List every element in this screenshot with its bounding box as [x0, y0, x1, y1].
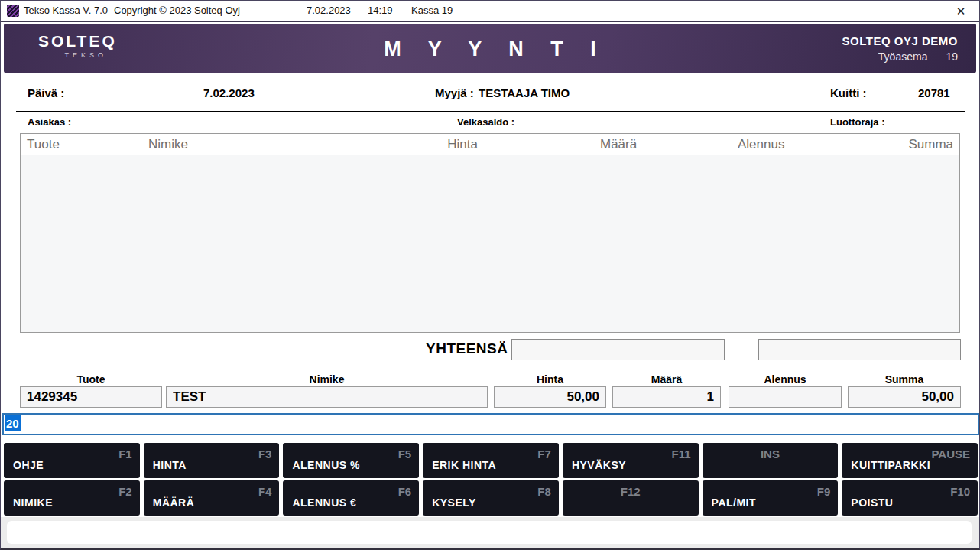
- fkey-f12-button[interactable]: F12: [563, 480, 699, 516]
- fkey-poistu-button[interactable]: F10 POISTU: [842, 480, 978, 516]
- fkey-hyvaksy-label: HYVÄKSY: [572, 459, 626, 471]
- fkey-ohje-label: OHJE: [13, 459, 44, 471]
- fkey-hyvaksy-button[interactable]: F11 HYVÄKSY: [563, 443, 699, 478]
- entry-label-alennus: Alennus: [729, 373, 842, 386]
- fkey-pal-mit-label: PAL/MIT: [712, 496, 756, 509]
- fkey-erik-hinta-label: ERIK HINTA: [432, 459, 496, 471]
- fkey-f12-keycap: F12: [621, 485, 641, 498]
- total-amount-field[interactable]: [511, 339, 725, 360]
- divider-line: [16, 111, 965, 112]
- fkey-hinta-label: HINTA: [153, 459, 187, 471]
- fkey-alennus-eur-button[interactable]: F6 ALENNUS €: [283, 480, 419, 516]
- credit-label: Luottoraja :: [830, 116, 885, 128]
- register-number: Kassa 19: [411, 5, 453, 16]
- copyright-text: Copyright © 2023 Solteq Oyj: [114, 5, 240, 16]
- column-header-tuote: Tuote: [27, 137, 60, 152]
- fkey-alennus-eur-keycap: F6: [398, 485, 412, 498]
- text-caret: [21, 418, 21, 431]
- entry-tuote-input[interactable]: [20, 386, 162, 408]
- fkey-ins-keycap: INS: [761, 447, 780, 461]
- column-header-nimike: Nimike: [148, 137, 188, 152]
- function-keys-row-2: F2 NIMIKE F4 MÄÄRÄ F6 ALENNUS € F8 KYSEL…: [1, 480, 980, 516]
- fkey-erik-hinta-button[interactable]: F7 ERIK HINTA: [423, 443, 559, 478]
- seller-label: Myyjä :: [435, 86, 474, 99]
- debt-label: Velkasaldo :: [457, 116, 514, 128]
- fkey-maara-keycap: F4: [258, 485, 272, 498]
- workstation-label: Työasema: [878, 50, 928, 63]
- fkey-pal-mit-button[interactable]: F9 PAL/MIT: [703, 480, 839, 516]
- window-title: Tekso Kassa V. 7.0: [24, 5, 108, 16]
- fkey-nimike-label: NIMIKE: [13, 496, 53, 509]
- company-name: SOLTEQ OYJ DEMO: [842, 34, 958, 47]
- fkey-ohje-button[interactable]: F1 OHJE: [4, 443, 140, 478]
- page-title: M Y Y N T I: [4, 37, 976, 61]
- customer-label: Asiakas :: [28, 116, 71, 128]
- fkey-poistu-label: POISTU: [851, 496, 893, 509]
- date-label: Päivä :: [28, 86, 64, 99]
- status-bar: [7, 521, 972, 544]
- fkey-pal-mit-keycap: F9: [817, 485, 831, 498]
- app-window: Tekso Kassa V. 7.0 Copyright © 2023 Solt…: [0, 0, 980, 550]
- table-header-row: Tuote Nimike Hinta Määrä Alennus Summa: [21, 134, 959, 155]
- fkey-alennus-pct-button[interactable]: F5 ALENNUS %: [283, 443, 419, 478]
- entry-hinta-input[interactable]: [494, 386, 606, 408]
- fkey-maara-label: MÄÄRÄ: [153, 496, 195, 509]
- workstation-info: Työasema19: [842, 50, 958, 63]
- fkey-maara-button[interactable]: F4 MÄÄRÄ: [144, 480, 280, 516]
- column-header-summa: Summa: [908, 137, 953, 152]
- app-icon: [7, 5, 19, 17]
- entry-label-nimike: Nimike: [166, 373, 488, 386]
- bottom-strip: [1, 517, 979, 548]
- fkey-hinta-button[interactable]: F3 HINTA: [144, 443, 280, 478]
- function-keys-row-1: F1 OHJE F3 HINTA F5 ALENNUS % F7 ERIK HI…: [1, 443, 980, 478]
- fkey-alennus-pct-label: ALENNUS %: [292, 459, 360, 471]
- fkey-erik-hinta-keycap: F7: [537, 447, 551, 461]
- banner-right-block: SOLTEQ OYJ DEMO Työasema19: [842, 34, 958, 63]
- fkey-hyvaksy-keycap: F11: [672, 447, 691, 461]
- fkey-kysely-button[interactable]: F8 KYSELY: [423, 480, 559, 516]
- close-icon[interactable]: ✕: [952, 5, 970, 18]
- fkey-kysely-keycap: F8: [537, 485, 551, 498]
- column-header-hinta: Hinta: [447, 137, 478, 152]
- fkey-ins-button[interactable]: INS: [703, 443, 839, 478]
- total-label: YHTEENSÄ: [426, 340, 508, 357]
- workstation-value: 19: [946, 50, 958, 63]
- entry-maara-input[interactable]: [612, 386, 721, 408]
- receipt-value: 20781: [918, 86, 950, 99]
- fkey-nimike-keycap: F2: [118, 485, 132, 498]
- header-banner: SOLTEQ TEKSO M Y Y N T I SOLTEQ OYJ DEMO…: [4, 24, 976, 73]
- entry-nimike-input[interactable]: [166, 386, 488, 408]
- fkey-nimike-button[interactable]: F2 NIMIKE: [4, 480, 140, 516]
- entry-label-maara: Määrä: [612, 373, 721, 386]
- fkey-kuittiparkki-label: KUITTIPARKKI: [851, 459, 930, 471]
- receipt-lines-table: Tuote Nimike Hinta Määrä Alennus Summa: [20, 133, 960, 333]
- total-secondary-field[interactable]: [758, 339, 961, 360]
- entry-label-tuote: Tuote: [20, 373, 162, 386]
- fkey-kuittiparkki-keycap: PAUSE: [931, 447, 970, 461]
- titlebar: Tekso Kassa V. 7.0 Copyright © 2023 Solt…: [1, 1, 979, 22]
- seller-value: TESTAAJA TIMO: [479, 86, 570, 99]
- column-header-maara: Määrä: [600, 137, 637, 152]
- titlebar-time: 14:19: [368, 5, 393, 16]
- selected-text: 20: [5, 415, 21, 431]
- date-value: 7.02.2023: [203, 86, 255, 99]
- entry-alennus-input[interactable]: [729, 386, 842, 408]
- column-header-alennus: Alennus: [738, 137, 784, 152]
- entry-label-hinta: Hinta: [494, 373, 606, 386]
- fkey-alennus-pct-keycap: F5: [398, 447, 412, 461]
- fkey-alennus-eur-label: ALENNUS €: [292, 496, 356, 509]
- fkey-poistu-keycap: F10: [950, 485, 970, 498]
- fkey-kysely-label: KYSELY: [432, 496, 476, 509]
- fkey-kuittiparkki-button[interactable]: PAUSE KUITTIPARKKI: [842, 443, 978, 478]
- fkey-ohje-keycap: F1: [118, 447, 132, 461]
- command-input[interactable]: 20: [2, 413, 979, 435]
- entry-label-summa: Summa: [848, 373, 961, 386]
- entry-summa-input[interactable]: [848, 386, 961, 408]
- receipt-label: Kuitti :: [830, 86, 866, 99]
- fkey-hinta-keycap: F3: [258, 447, 272, 461]
- titlebar-date: 7.02.2023: [307, 5, 351, 16]
